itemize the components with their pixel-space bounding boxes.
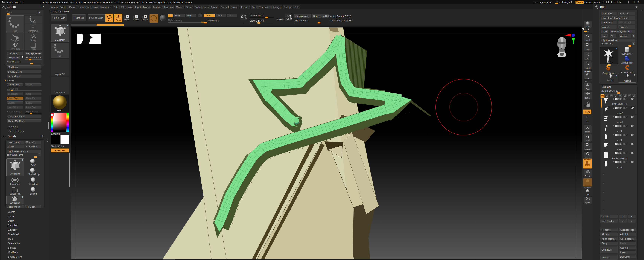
svg-text:S: S xyxy=(246,17,247,20)
svg-text:R: R xyxy=(144,15,146,18)
svg-text:M: M xyxy=(126,15,128,18)
svg-text:D: D xyxy=(290,18,292,20)
svg-text:S: S xyxy=(136,15,137,18)
